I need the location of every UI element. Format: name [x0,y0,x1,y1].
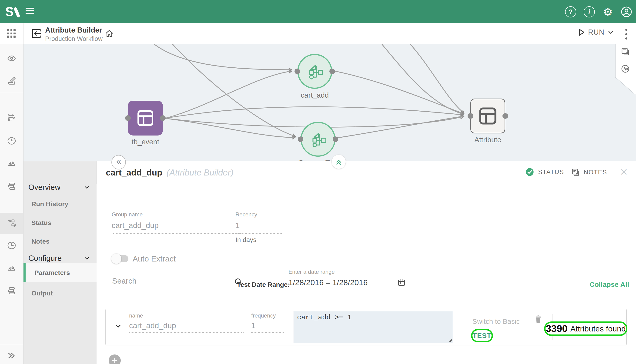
page-title: Attribute Builder [45,26,103,34]
sidebar-item-output[interactable]: Output [32,290,53,297]
flowchart-icon [300,122,336,157]
node-tb-event[interactable]: tb_event [128,101,163,136]
sidebar-section-configure[interactable]: Configure [28,254,62,263]
search-field[interactable] [112,276,257,291]
panel-title: cart_add_dup [106,168,162,177]
sidebar-section-overview[interactable]: Overview [28,183,61,192]
compose-icon[interactable] [7,76,16,86]
output-port[interactable] [502,113,508,119]
node-browser-typ[interactable]: BrowserTyp [300,122,336,157]
rule-code-input[interactable]: cart_add >= 1 [294,311,453,342]
app-window: S ? i ⚙ Attribute Builder Production Wor… [0,0,636,364]
param-frequency-field[interactable]: frequency 1 [251,312,284,333]
gauge-icon[interactable] [7,159,16,168]
info-icon[interactable]: i [583,6,595,18]
output-port[interactable] [330,68,335,74]
toggle-knob [111,254,121,264]
trash-icon[interactable] [533,314,543,324]
calendar-icon[interactable] [397,278,406,287]
output-port[interactable] [333,136,338,142]
resize-handle-icon[interactable] [448,338,452,342]
brand-logo[interactable]: S [5,4,14,19]
home-icon[interactable] [105,29,114,38]
recency-field[interactable]: Recency 1 In days [235,211,282,244]
settings-gear-icon[interactable]: ⚙ [602,6,614,18]
exit-workflow-icon[interactable] [31,28,42,39]
activity-icon[interactable] [621,64,630,74]
search-input[interactable] [112,276,238,286]
run-button[interactable]: RUN [576,28,614,37]
status-label: STATUS [538,168,564,176]
chevron-down-icon[interactable] [83,184,90,191]
switch-to-basic-link[interactable]: Switch to Basic [472,318,520,326]
input-port[interactable] [125,115,131,121]
node-cart-add[interactable]: cart_add [297,54,332,89]
flowchart-icon[interactable] [7,219,16,228]
notes-icon [571,168,580,177]
sidebar-item-notes[interactable]: Notes [32,238,50,245]
collapse-all-link[interactable]: Collapse All [589,280,629,288]
workflow-canvas[interactable]: tb_event cart_add BrowserTyp Attribute [23,44,636,161]
param-name-field[interactable]: name cart_add_dup [129,312,243,333]
parameter-card: name cart_add_dup frequency 1 cart_add >… [105,309,627,346]
param-name-value[interactable]: cart_add_dup [129,321,243,333]
stack-icon[interactable] [7,286,16,296]
apps-grid-icon[interactable] [7,29,16,38]
sidebar-item-parameters[interactable]: Parameters [35,269,70,276]
divider [0,93,23,93]
chevron-down-icon[interactable] [83,255,90,262]
clock-icon[interactable] [7,136,16,146]
sidebar-item-run-history[interactable]: Run History [32,200,68,208]
annotation-result-highlight: 3390 Attributes found [544,322,627,336]
date-range-value[interactable]: 1/28/2016 – 1/28/2016 [288,278,406,287]
attributes-found-count: 3390 [546,323,567,334]
account-icon[interactable] [621,6,632,18]
notes-label: NOTES [584,169,607,176]
test-button[interactable]: TEST [473,332,492,340]
pipeline-icon[interactable] [7,114,16,123]
group-name-value[interactable]: cart_add_dup [112,221,242,234]
kebab-menu-icon[interactable] [621,28,631,40]
panel-collapse-button[interactable]: « [111,155,126,170]
double-chevron-right-icon[interactable] [7,351,16,360]
play-icon [576,28,586,37]
input-port[interactable] [298,136,303,142]
recency-helper: In days [235,236,282,244]
node-attribute[interactable]: Attribute [470,98,505,134]
workflow-toolbar: Attribute Builder Production Workflow RU… [0,23,636,44]
panel-expand-button[interactable] [332,154,346,169]
sidebar-item-status[interactable]: Status [32,219,51,227]
stack-icon[interactable] [7,182,16,191]
add-parameter-button[interactable] [109,354,121,364]
input-port[interactable] [468,113,473,119]
help-icon[interactable]: ? [565,6,576,18]
output-port[interactable] [160,115,166,121]
notes-icon[interactable] [621,47,630,56]
annotation-test-highlight: TEST [471,329,493,342]
hamburger-menu-icon[interactable] [26,8,34,15]
auto-extract-toggle[interactable] [114,255,128,262]
panel-header: cart_add_dup(Attribute Builder) STATUS N… [97,161,636,184]
check-circle-icon [525,167,534,177]
panel-sidebar: Overview Run History Status Notes Config… [23,161,97,364]
chevron-down-icon[interactable] [114,322,122,330]
group-name-field[interactable]: Group name cart_add_dup [112,211,242,234]
eye-icon[interactable] [7,54,16,63]
close-icon[interactable]: ✕ [618,166,630,178]
status-button[interactable]: STATUS [525,167,564,177]
date-range-hint: Enter a date range [288,269,406,275]
param-frequency-value[interactable]: 1 [251,321,284,333]
divider [23,23,24,44]
attributes-found-text: Attributes found [570,324,626,333]
rule-code-editor[interactable]: cart_add >= 1 [293,311,453,343]
gauge-icon[interactable] [7,264,16,273]
clock-icon[interactable] [7,241,16,250]
notes-button[interactable]: NOTES [571,168,607,177]
double-chevron-left-icon: « [116,156,121,166]
node-label: tb_event [132,138,159,146]
recency-value[interactable]: 1 [235,221,282,234]
run-label: RUN [588,28,604,36]
input-port[interactable] [294,68,300,74]
date-range-field[interactable]: Enter a date range 1/28/2016 – 1/28/2016 [288,269,406,290]
table-icon [128,101,163,136]
